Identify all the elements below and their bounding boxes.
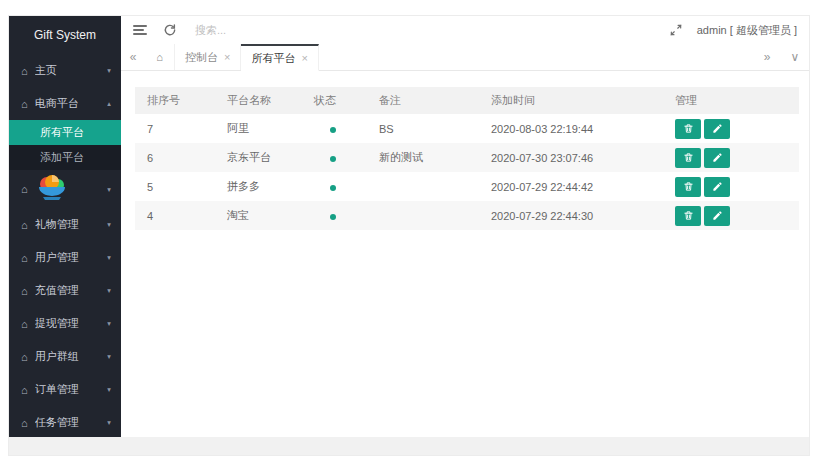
- sidebar-item-7[interactable]: ⌂用户群组▾: [9, 340, 121, 373]
- menu-toggle-icon[interactable]: [133, 25, 147, 35]
- column-header: 备注: [367, 87, 479, 114]
- tab-home[interactable]: ⌂: [145, 44, 175, 70]
- status-dot: [330, 214, 336, 220]
- caret-down-icon: ▾: [107, 253, 111, 261]
- sidebar-item-4[interactable]: ⌂用户管理▾: [9, 241, 121, 274]
- caret-down-icon: ▾: [107, 385, 111, 393]
- cell-add-time: 2020-07-29 22:44:30: [479, 201, 663, 230]
- submenu-item-0[interactable]: 所有平台: [9, 120, 121, 145]
- tabs-scroll-left-icon[interactable]: «: [121, 44, 145, 70]
- submenu: 所有平台添加平台: [9, 120, 121, 170]
- tab-1[interactable]: 所有平台×: [241, 44, 318, 71]
- cell-status: [302, 201, 367, 230]
- caret-down-icon: ▾: [107, 185, 111, 193]
- status-dot: [330, 185, 336, 191]
- sidebar-item-label: 充值管理: [35, 283, 79, 298]
- status-dot: [330, 127, 336, 133]
- cell-sort-id: 6: [135, 143, 215, 172]
- tab-0[interactable]: 控制台×: [175, 44, 241, 70]
- close-icon[interactable]: ×: [224, 51, 230, 63]
- sidebar-item-5[interactable]: ⌂充值管理▾: [9, 274, 121, 307]
- home-icon: ⌂: [21, 318, 28, 330]
- cell-remark: [367, 201, 479, 230]
- platforms-table: 排序号平台名称状态备注添加时间管理 7阿里BS2020-08-03 22:19:…: [135, 87, 799, 230]
- delete-button[interactable]: [675, 148, 701, 168]
- sidebar-menu: ⌂主页▾⌂电商平台▴所有平台添加平台⌂ ▾⌂礼物管理▾⌂用户管理▾⌂充值管理▾⌂…: [9, 54, 121, 437]
- cell-status: [302, 114, 367, 143]
- cell-add-time: 2020-07-30 23:07:46: [479, 143, 663, 172]
- sidebar-item-2[interactable]: ⌂ ▾: [9, 170, 121, 208]
- tabs-menu-icon[interactable]: ∨: [781, 50, 809, 64]
- cell-platform-name: 京东平台: [215, 143, 302, 172]
- close-icon[interactable]: ×: [301, 52, 307, 64]
- table-row: 6京东平台新的测试2020-07-30 23:07:46: [135, 143, 799, 172]
- edit-button[interactable]: [704, 177, 730, 197]
- cell-platform-name: 拼多多: [215, 172, 302, 201]
- sidebar-item-label: 提现管理: [35, 316, 79, 331]
- cell-manage: [663, 172, 799, 201]
- cell-add-time: 2020-07-29 22:44:42: [479, 172, 663, 201]
- home-icon: ⌂: [21, 98, 28, 110]
- cell-manage: [663, 143, 799, 172]
- cell-remark: [367, 172, 479, 201]
- cell-platform-name: 淘宝: [215, 201, 302, 230]
- column-header: 排序号: [135, 87, 215, 114]
- sidebar-item-9[interactable]: ⌂任务管理▾: [9, 406, 121, 437]
- cell-manage: [663, 201, 799, 230]
- column-header: 平台名称: [215, 87, 302, 114]
- tab-label: 控制台: [185, 50, 218, 65]
- submenu-item-1[interactable]: 添加平台: [9, 145, 121, 170]
- fullscreen-icon[interactable]: [669, 23, 683, 37]
- home-icon: ⌂: [21, 65, 28, 77]
- edit-button[interactable]: [704, 148, 730, 168]
- table-header-row: 排序号平台名称状态备注添加时间管理: [135, 87, 799, 114]
- delete-button[interactable]: [675, 119, 701, 139]
- cell-sort-id: 5: [135, 172, 215, 201]
- sidebar-item-0[interactable]: ⌂主页▾: [9, 54, 121, 87]
- sidebar-item-label: 订单管理: [35, 382, 79, 397]
- caret-down-icon: ▾: [107, 220, 111, 228]
- refresh-icon[interactable]: [163, 23, 177, 37]
- app-title: Gift System: [9, 16, 121, 54]
- home-icon: ⌂: [21, 252, 28, 264]
- home-icon: ⌂: [21, 351, 28, 363]
- column-header: 管理: [663, 87, 799, 114]
- cell-platform-name: 阿里: [215, 114, 302, 143]
- user-menu[interactable]: admin [ 超级管理员 ]: [697, 23, 797, 38]
- tab-label: 所有平台: [251, 51, 295, 66]
- caret-down-icon: ▾: [107, 418, 111, 426]
- content: 排序号平台名称状态备注添加时间管理 7阿里BS2020-08-03 22:19:…: [121, 72, 809, 437]
- cell-status: [302, 143, 367, 172]
- home-icon: ⌂: [21, 183, 28, 195]
- cell-manage: [663, 114, 799, 143]
- caret-down-icon: ▾: [107, 66, 111, 74]
- search-input[interactable]: [195, 24, 325, 36]
- tabbar: « ⌂ 控制台×所有平台× » ∨: [121, 44, 809, 71]
- cell-sort-id: 4: [135, 201, 215, 230]
- delete-button[interactable]: [675, 177, 701, 197]
- table-row: 5拼多多2020-07-29 22:44:42: [135, 172, 799, 201]
- home-icon: ⌂: [21, 417, 28, 429]
- delete-button[interactable]: [675, 206, 701, 226]
- sidebar-item-3[interactable]: ⌂礼物管理▾: [9, 208, 121, 241]
- sidebar-item-8[interactable]: ⌂订单管理▾: [9, 373, 121, 406]
- cell-status: [302, 172, 367, 201]
- home-icon: ⌂: [21, 384, 28, 396]
- topbar: admin [ 超级管理员 ]: [121, 16, 809, 44]
- cell-remark: BS: [367, 114, 479, 143]
- cell-sort-id: 7: [135, 114, 215, 143]
- sidebar-item-label: 电商平台: [35, 96, 79, 111]
- tabs-scroll-right-icon[interactable]: »: [753, 50, 781, 64]
- footer-strip: [9, 437, 809, 455]
- sidebar-item-label: 用户群组: [35, 349, 79, 364]
- sidebar-item-label: 任务管理: [35, 415, 79, 430]
- table-row: 7阿里BS2020-08-03 22:19:44: [135, 114, 799, 143]
- main-area: admin [ 超级管理员 ] « ⌂ 控制台×所有平台× » ∨ 排序号平台名…: [121, 16, 809, 437]
- sidebar-item-1[interactable]: ⌂电商平台▴: [9, 87, 121, 120]
- caret-down-icon: ▾: [107, 352, 111, 360]
- sidebar-item-6[interactable]: ⌂提现管理▾: [9, 307, 121, 340]
- table-row: 4淘宝2020-07-29 22:44:30: [135, 201, 799, 230]
- edit-button[interactable]: [704, 206, 730, 226]
- edit-button[interactable]: [704, 119, 730, 139]
- sidebar-item-label: 主页: [35, 63, 57, 78]
